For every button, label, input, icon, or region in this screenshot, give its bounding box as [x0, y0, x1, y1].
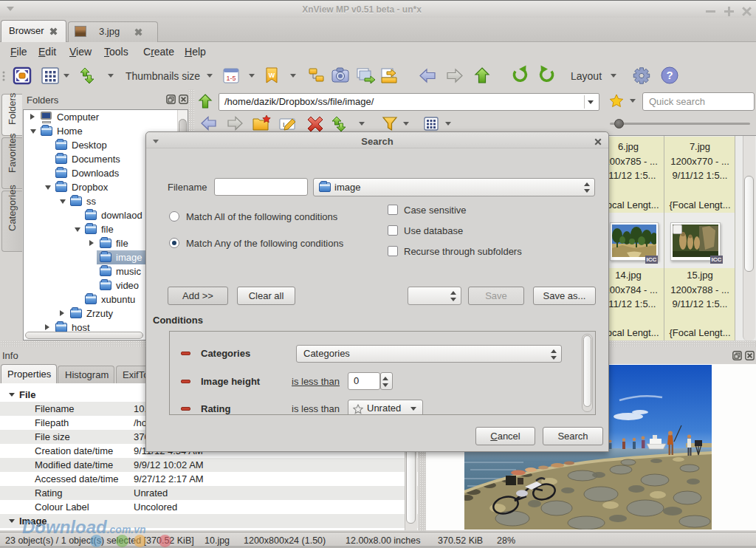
svg-text:1-5: 1-5	[226, 75, 236, 82]
svg-text:I: I	[283, 121, 285, 129]
svg-text:?: ?	[666, 69, 673, 81]
svg-text:W: W	[269, 72, 275, 79]
